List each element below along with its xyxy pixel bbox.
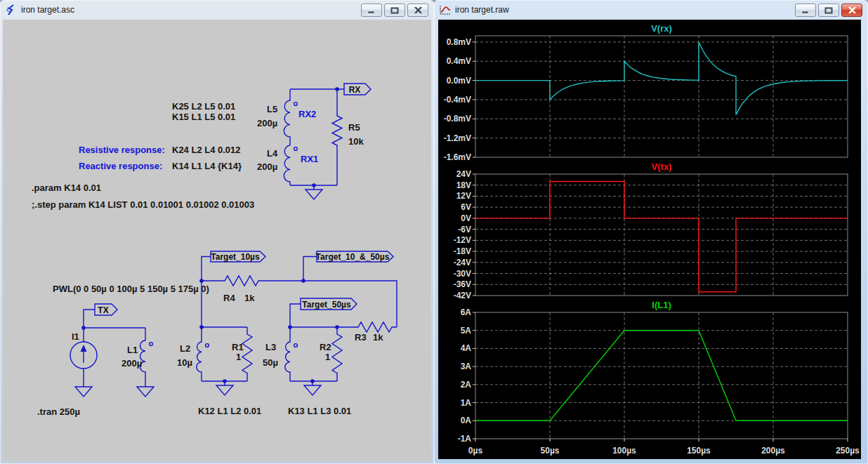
y-tick-label: 12V (456, 191, 471, 201)
y-tick-label: 0.0mV (447, 76, 471, 86)
y-tick-label: 4A (461, 343, 472, 353)
trace-il1 (475, 331, 848, 421)
target-wires[interactable] (202, 257, 397, 382)
y-tick-label: 24V (456, 169, 471, 179)
label-R3-value: 1k (373, 332, 383, 343)
waveform-window: iron target.raw V(rx)0.8mV0.4mV0.0mV-0.4… (434, 0, 868, 464)
y-tick-label: 6V (461, 202, 471, 212)
pane-title-vtx: V(tx) (652, 161, 672, 172)
label-R5-name: R5 (348, 122, 360, 133)
ltspice-schematic-icon (6, 4, 17, 15)
flag-label: TX (98, 305, 108, 315)
ground-symbol (305, 185, 322, 199)
label-L4-name: L4 (267, 148, 278, 159)
label-L1-value: 200µ (121, 358, 142, 369)
x-tick-label: 250µs (836, 446, 860, 456)
y-tick-label: -24V (454, 258, 471, 267)
label-L3-value: 50µ (263, 357, 278, 368)
ground-symbol (216, 381, 321, 395)
net-flag-RX[interactable]: RX (344, 84, 371, 95)
label-R2-value: 1 (325, 352, 330, 362)
resistor-R5[interactable] (332, 89, 342, 185)
text-pwl: PWL(0 0 50µ 0 100µ 5 150µ 5 175µ 0) (53, 284, 209, 294)
maximize-button[interactable] (818, 4, 839, 17)
y-tick-label: -1A (458, 434, 472, 444)
current-source-I1[interactable] (70, 342, 97, 369)
label-R1-name: R1 (232, 342, 244, 352)
label-L2-value: 10µ (177, 357, 192, 368)
label-RX1: RX1 (301, 154, 318, 164)
ground-symbol (75, 383, 154, 397)
close-button[interactable] (407, 4, 428, 17)
close-button[interactable] (841, 4, 862, 17)
waveform-icon (440, 4, 451, 15)
text-k15: K15 L1 L5 0.01 (172, 112, 235, 122)
inductor-L2[interactable] (197, 327, 209, 381)
resistor-R1[interactable] (242, 327, 252, 381)
text-k13: K13 L1 L3 0.01 (288, 406, 351, 416)
waveform-panes[interactable]: V(rx)0.8mV0.4mV0.0mV-0.4mV-0.8mV-1.2mV-1… (438, 20, 861, 459)
label-L4-value: 200µ (257, 161, 277, 172)
y-tick-label: -12V (454, 235, 471, 245)
pane-title-il1: I(L1) (652, 300, 671, 310)
label-R2-name: R2 (320, 342, 331, 352)
net-flag-Target-10us[interactable]: Target_10µs (211, 251, 265, 262)
maximize-button[interactable] (384, 4, 405, 17)
y-tick-label: -1.6mV (444, 152, 471, 162)
waveform-plot-area[interactable]: V(rx)0.8mV0.4mV0.0mV-0.4mV-0.8mV-1.2mV-1… (438, 20, 861, 459)
label-L3-name: L3 (265, 342, 276, 352)
y-tick-label: -1.2mV (444, 133, 471, 143)
y-tick-label: -30V (454, 269, 471, 279)
y-tick-label: -0.8mV (444, 114, 471, 124)
label-L5-value: 200µ (257, 118, 277, 128)
minimize-button[interactable] (361, 4, 382, 17)
label-L5-name: L5 (267, 104, 277, 114)
text-step-directive: ;.step param K14 LIST 0.01 0.01001 0.010… (32, 199, 254, 210)
waveform-pane-il1[interactable]: I(L1)6A5A4A3A2A1A0A-1A0µs50µs100µs150µs2… (458, 300, 860, 456)
text-k12: K12 L1 L2 0.01 (198, 406, 261, 416)
rx-circuit-wires[interactable] (290, 89, 344, 185)
flag-label: Target_10_&_50µs (316, 252, 390, 262)
inductor-L1[interactable] (140, 328, 153, 383)
resistor-R3[interactable] (337, 322, 397, 332)
flag-label: RX (349, 85, 361, 95)
label-I1-name: I1 (72, 331, 79, 342)
resistor-R4[interactable] (202, 276, 303, 286)
y-tick-label: 0A (461, 416, 472, 425)
phase-dot-icon (294, 344, 298, 347)
maximize-icon (390, 7, 399, 14)
y-tick-label: -18V (454, 246, 471, 256)
inductor-L5[interactable] (284, 89, 297, 145)
net-flag-TX[interactable]: TX (95, 304, 117, 315)
waveform-pane-vrx[interactable]: V(rx)0.8mV0.4mV0.0mV-0.4mV-0.8mV-1.2mV-1… (444, 23, 848, 162)
schematic-canvas[interactable]: K25 L2 L5 0.01 K15 L1 L5 0.01 Resistive … (3, 20, 431, 461)
net-flag-Target-50us[interactable]: Target_50µs (301, 298, 357, 310)
arrow-up-icon (81, 345, 87, 352)
y-tick-label: 0V (461, 213, 471, 223)
text-k25: K25 L2 L5 0.01 (172, 101, 235, 112)
minimize-button[interactable] (795, 4, 816, 17)
y-tick-label: 0.8mV (447, 37, 471, 47)
close-icon (848, 7, 856, 13)
phase-dot-icon (294, 147, 298, 151)
y-tick-label: 3A (461, 362, 472, 371)
x-tick-label: 50µs (541, 446, 560, 456)
minimize-icon (367, 7, 376, 13)
x-tick-label: 150µs (687, 446, 711, 456)
phase-dot-icon (294, 102, 298, 106)
text-resistive-response: Resistive response: (79, 145, 165, 155)
waveform-pane-vtx[interactable]: V(tx)24V18V12V6V0V-6V-12V-18V-24V-30V-36… (454, 161, 848, 300)
x-tick-label: 100µs (612, 446, 636, 456)
label-R4-value: 1k (244, 293, 255, 303)
inductor-L4[interactable] (284, 145, 297, 185)
y-tick-label: -6V (458, 225, 471, 234)
resistor-R2[interactable] (332, 327, 342, 381)
net-flag-Target-10-and-50us[interactable]: Target_10_&_50µs (316, 251, 393, 262)
trace-vrx (475, 42, 848, 115)
y-tick-label: -0.4mV (444, 95, 471, 105)
y-tick-label: 6A (461, 307, 472, 317)
label-R4-name: R4 (223, 293, 235, 303)
y-tick-label: -36V (454, 279, 471, 289)
inductor-L3[interactable] (285, 327, 298, 381)
flag-label: Target_50µs (302, 300, 351, 310)
